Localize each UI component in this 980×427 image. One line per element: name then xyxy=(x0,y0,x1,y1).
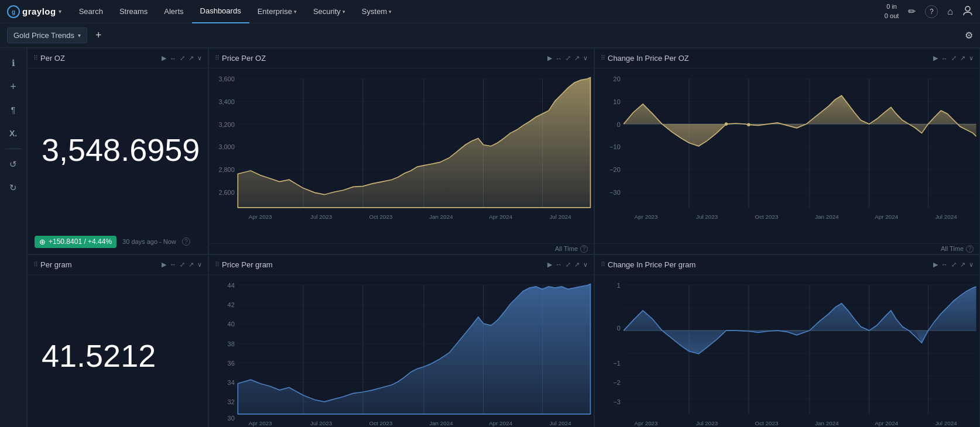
per-oz-value: 3,548.6959 xyxy=(42,134,200,166)
sidebar-info-icon[interactable]: ℹ xyxy=(3,53,24,74)
sidebar-add-icon[interactable]: + xyxy=(3,76,24,97)
expand-h-icon-2[interactable]: ↔ xyxy=(556,55,562,62)
all-time-help-2[interactable]: ? xyxy=(966,245,974,253)
user-icon[interactable] xyxy=(962,5,973,18)
change-per-oz-chart-body: 20 10 0 −10 −20 −30 xyxy=(595,68,979,243)
play-icon-6[interactable]: ▶ xyxy=(933,261,938,268)
svg-text:−3: −3 xyxy=(613,398,620,405)
price-per-gram-title: Price Per gram xyxy=(222,260,544,269)
price-per-oz-svg: 3,600 3,400 3,200 3,000 2,800 2,600 xyxy=(209,68,594,243)
svg-text:Apr 2024: Apr 2024 xyxy=(875,214,898,220)
svg-text:34: 34 xyxy=(228,379,235,386)
drag-handle-3[interactable]: ⠿ xyxy=(601,54,604,62)
change-per-gram-title: Change In Price Per gram xyxy=(608,260,930,269)
svg-text:Jul 2023: Jul 2023 xyxy=(696,214,718,220)
logo-caret[interactable]: ▾ xyxy=(59,8,61,15)
chevron-down-icon-4[interactable]: ∨ xyxy=(197,261,202,268)
play-icon[interactable]: ▶ xyxy=(162,54,166,62)
svg-text:Jan 2024: Jan 2024 xyxy=(815,419,839,426)
change-per-oz-footer: All Time ? xyxy=(595,243,979,254)
dashboard-tab-caret: ▾ xyxy=(78,32,81,39)
home-icon[interactable]: ⌂ xyxy=(947,6,953,17)
nav-item-alerts[interactable]: Alerts xyxy=(156,0,191,23)
trend-up-icon: ⊕ xyxy=(39,237,46,246)
svg-text:Oct 2023: Oct 2023 xyxy=(755,214,778,220)
expand-full-icon-2[interactable]: ⤢ xyxy=(566,54,571,62)
chevron-down-icon[interactable]: ∨ xyxy=(197,54,202,62)
per-oz-help[interactable]: ? xyxy=(182,237,190,246)
nav-item-dashboards[interactable]: Dashboards xyxy=(192,0,249,23)
drag-handle-6[interactable]: ⠿ xyxy=(601,261,604,268)
play-icon-3[interactable]: ▶ xyxy=(933,54,938,62)
play-icon-4[interactable]: ▶ xyxy=(162,261,166,268)
play-icon-2[interactable]: ▶ xyxy=(547,54,552,62)
sidebar-x-icon[interactable]: X. xyxy=(3,123,24,144)
svg-text:Oct 2023: Oct 2023 xyxy=(369,419,392,426)
edit-icon[interactable]: ✏ xyxy=(908,6,916,17)
svg-text:Jul 2023: Jul 2023 xyxy=(310,419,333,426)
widget-price-per-oz: ⠿ Price Per OZ ▶ ↔ ⤢ ↗ ∨ 3,600 3,400 3,2… xyxy=(208,48,594,254)
sidebar-text-icon[interactable]: ¶ xyxy=(3,99,24,120)
svg-text:32: 32 xyxy=(228,398,235,405)
logo[interactable]: g graylog ▾ xyxy=(7,5,61,18)
svg-text:Jul 2024: Jul 2024 xyxy=(549,214,571,220)
all-time-label: All Time xyxy=(555,245,578,252)
expand-h-icon-4[interactable]: ↔ xyxy=(170,261,176,268)
widget-per-oz-body: 3,548.6959 xyxy=(28,68,208,231)
nav-item-security[interactable]: Security ▾ xyxy=(305,0,354,23)
widget-per-gram-header: ⠿ Per gram ▶ ↔ ⤢ ↗ ∨ xyxy=(28,255,208,275)
expand-full-icon-4[interactable]: ⤢ xyxy=(180,261,185,268)
expand-h-icon-5[interactable]: ↔ xyxy=(556,261,562,268)
svg-text:Apr 2023: Apr 2023 xyxy=(635,214,658,220)
svg-text:Jul 2023: Jul 2023 xyxy=(310,214,333,220)
play-icon-5[interactable]: ▶ xyxy=(547,261,552,268)
chevron-down-icon-6[interactable]: ∨ xyxy=(969,261,974,268)
nav-item-enterprise[interactable]: Enterprise ▾ xyxy=(249,0,305,23)
chevron-down-icon-3[interactable]: ∨ xyxy=(969,54,974,62)
drag-handle-5[interactable]: ⠿ xyxy=(215,261,218,268)
drag-handle-2[interactable]: ⠿ xyxy=(215,54,218,62)
all-time-label-2: All Time xyxy=(941,245,964,252)
export-icon-3[interactable]: ↗ xyxy=(960,54,965,62)
svg-text:38: 38 xyxy=(228,340,235,347)
svg-text:Apr 2023: Apr 2023 xyxy=(249,214,272,220)
change-per-oz-title: Change In Price Per OZ xyxy=(608,54,930,63)
expand-full-icon-3[interactable]: ⤢ xyxy=(951,54,957,62)
chevron-down-icon-5[interactable]: ∨ xyxy=(583,261,588,268)
nav-item-search[interactable]: Search xyxy=(71,0,111,23)
help-icon[interactable]: ? xyxy=(925,5,938,18)
sidebar-undo-icon[interactable]: ↺ xyxy=(3,154,24,175)
expand-h-icon[interactable]: ↔ xyxy=(170,55,176,62)
widget-per-oz-footer: ⊕ +150.8401 / +4.44% 30 days ago - Now ? xyxy=(28,231,208,254)
svg-text:−10: −10 xyxy=(609,143,621,150)
all-time-help[interactable]: ? xyxy=(580,245,588,253)
svg-text:g: g xyxy=(12,9,15,15)
export-icon-6[interactable]: ↗ xyxy=(960,261,965,268)
dashboard-tab[interactable]: Gold Price Trends ▾ xyxy=(7,27,87,43)
enterprise-caret: ▾ xyxy=(294,9,297,15)
chevron-down-icon-2[interactable]: ∨ xyxy=(583,54,588,62)
toolbar: Gold Price Trends ▾ + ⚙ xyxy=(0,23,980,48)
expand-full-icon[interactable]: ⤢ xyxy=(180,54,185,62)
svg-text:Jul 2023: Jul 2023 xyxy=(696,419,718,426)
expand-full-icon-6[interactable]: ⤢ xyxy=(951,261,957,268)
add-dashboard-button[interactable]: + xyxy=(92,28,105,43)
nav-item-system[interactable]: System ▾ xyxy=(354,0,400,23)
svg-text:Apr 2023: Apr 2023 xyxy=(249,419,272,426)
sidebar-redo-icon[interactable]: ↻ xyxy=(3,177,24,198)
nav-item-streams[interactable]: Streams xyxy=(111,0,156,23)
expand-h-icon-3[interactable]: ↔ xyxy=(941,55,948,62)
expand-h-icon-6[interactable]: ↔ xyxy=(941,261,948,268)
widget-change-per-oz-header: ⠿ Change In Price Per OZ ▶ ↔ ⤢ ↗ ∨ xyxy=(595,49,979,68)
export-icon-5[interactable]: ↗ xyxy=(574,261,580,268)
export-icon[interactable]: ↗ xyxy=(189,54,194,62)
drag-handle-4[interactable]: ⠿ xyxy=(33,261,37,268)
change-per-gram-svg: 1 0 −1 −2 −3 xyxy=(595,275,979,427)
gear-icon[interactable]: ⚙ xyxy=(965,30,973,41)
export-icon-2[interactable]: ↗ xyxy=(574,54,580,62)
expand-full-icon-5[interactable]: ⤢ xyxy=(566,261,571,268)
export-icon-4[interactable]: ↗ xyxy=(189,261,194,268)
drag-handle[interactable]: ⠿ xyxy=(33,54,37,62)
per-oz-title: Per OZ xyxy=(40,54,158,63)
widget-change-per-oz: ⠿ Change In Price Per OZ ▶ ↔ ⤢ ↗ ∨ 20 10… xyxy=(594,48,980,254)
